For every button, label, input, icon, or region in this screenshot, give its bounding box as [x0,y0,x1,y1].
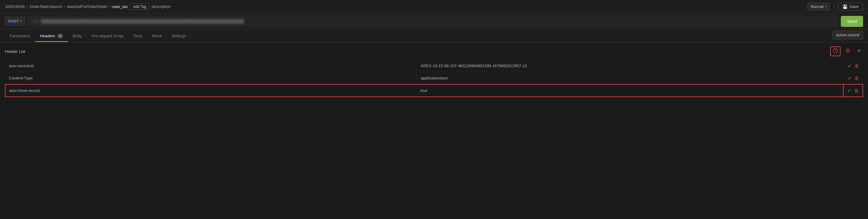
enabled-check-3[interactable]: ✓ [847,88,851,93]
header-key-3[interactable]: arex-force-record [5,84,417,97]
table-row: arex-record-id AREX-10-22-68-107-4631266… [5,60,863,72]
save-label: Save [849,4,859,9]
tab-body[interactable]: Body [68,30,87,42]
header-value-2[interactable]: application/json [417,72,843,85]
header-list-label: Header List [5,49,25,54]
breadcrumb-sep-3: / [109,4,110,9]
add-icon [857,48,862,54]
url-input[interactable]: http://█████████████████████████████████… [28,16,838,27]
header-value-1[interactable]: AREX-10-22-68-107-463126694952436-167869… [417,60,843,72]
breadcrumb-sep-1: / [27,4,28,9]
chevron-down-icon: ▾ [825,5,827,8]
header-list-section: Header List [0,43,868,97]
delete-row-3-button[interactable]: 🗑 [854,88,859,93]
delete-row-1-button[interactable]: 🗑 [855,63,859,68]
tab-settings[interactable]: Settings [167,30,191,42]
header-actions-2: ✓ 🗑 [843,72,863,85]
action-record-button[interactable] [830,46,840,56]
breadcrumb: 100016026 / OrderStaticSearch / dataSetF… [5,3,805,10]
tab-pre-request-script[interactable]: Pre-request Script [87,30,128,42]
breadcrumb-part-2[interactable]: OrderStaticSearch [30,4,62,9]
header-list-actions [830,46,863,56]
url-bar: POST ▾ http://██████████████████████████… [0,13,868,29]
tab-tests-label: Tests [133,34,143,38]
normal-label: Normal [811,4,824,9]
table-row: Content-Type application/json ✓ 🗑 [5,72,863,85]
breadcrumb-part-1[interactable]: 100016026 [5,4,25,9]
header-actions-3: ✓ 🗑 [843,84,863,97]
method-chevron-icon: ▾ [20,20,22,23]
tab-headers-label: Headers [40,34,55,38]
header-key-1[interactable]: arex-record-id [5,60,417,72]
tab-tests[interactable]: Tests [128,30,148,42]
tab-headers[interactable]: Headers 3 [35,30,68,42]
top-bar: 100016026 / OrderStaticSearch / dataSetF… [0,0,868,13]
header-key-2[interactable]: Content-Type [5,72,417,85]
save-icon: 💾 [842,4,847,9]
save-button[interactable]: 💾 Save [838,3,863,11]
headers-table: arex-record-id AREX-10-22-68-107-4631266… [5,60,863,97]
trash-icon [845,48,850,53]
tab-parameters-label: Parameters [10,34,30,38]
add-header-button[interactable] [855,47,863,56]
tabs-bar: Parameters Headers 3 Body Pre-request Sc… [0,29,868,43]
enabled-check-1[interactable]: ✓ [847,63,851,69]
tab-pre-request-label: Pre-request Script [92,34,124,38]
enabled-check-2[interactable]: ✓ [847,75,851,81]
tab-headers-badge: 3 [57,34,63,38]
tab-body-label: Body [73,34,82,38]
header-list-title-row: Header List [5,46,863,56]
tab-mock[interactable]: Mock [148,30,167,42]
tab-mock-label: Mock [152,34,162,38]
header-value-3[interactable]: true [417,84,843,97]
method-label: POST [8,19,19,24]
add-tag-button[interactable]: Add Tag [129,3,150,10]
tab-parameters[interactable]: Parameters [5,30,35,42]
breadcrumb-current[interactable]: case_tao [112,4,128,9]
normal-dropdown[interactable]: Normal ▾ [807,3,830,10]
breadcrumb-sep-2: / [64,4,65,9]
table-row-highlighted: arex-force-record true ✓ 🗑 [5,84,863,97]
tab-settings-label: Settings [172,34,186,38]
description-placeholder[interactable]: description [151,4,171,9]
send-button[interactable]: Send [841,16,863,27]
method-select[interactable]: POST ▾ [5,17,25,26]
header-actions-1: ✓ 🗑 [843,60,863,72]
breadcrumb-part-3[interactable]: dataSetForOrderDetail [67,4,107,9]
delete-all-button[interactable] [844,47,851,56]
delete-row-2-button[interactable]: 🗑 [855,75,859,81]
clock-icon [833,48,838,54]
action-record-tooltip: action.record [832,31,863,39]
